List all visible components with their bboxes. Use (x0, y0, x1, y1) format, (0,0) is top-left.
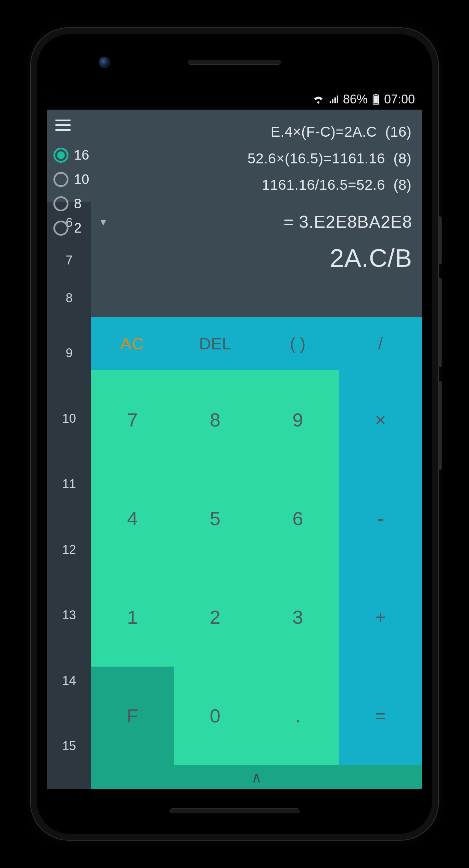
history-entry[interactable]: 1161.16/16.5=52.6 (8) (47, 172, 411, 198)
display-area: 16 10 8 2 (47, 110, 422, 202)
phone-frame: 86% 07:00 16 10 (31, 28, 438, 840)
pad-columns: AC DEL ( ) / 7 8 9 4 5 6 1 (91, 317, 422, 789)
precision-value[interactable]: 10 (62, 386, 76, 451)
numgrid-wrap: 7 8 9 4 5 6 1 2 3 F 0 . (91, 370, 422, 765)
history-entry[interactable]: E.4×(F-C)=2A.C (16) (47, 119, 411, 145)
radix-option-16[interactable]: 16 (53, 147, 89, 163)
result-line: = 3.E2E8BA2E8 (95, 212, 412, 232)
bottom-speaker (169, 808, 300, 813)
precision-value[interactable]: 9 (66, 320, 73, 386)
history-expr: 1161.16/16.5=52.6 (262, 177, 385, 193)
key-5[interactable]: 5 (174, 469, 257, 568)
number-pad: 7 8 9 4 5 6 1 2 3 F 0 . (91, 370, 339, 765)
precision-value[interactable]: 14 (62, 648, 76, 713)
radio-icon (53, 196, 68, 211)
paren-button[interactable]: ( ) (256, 317, 339, 370)
fn-row: AC DEL ( ) / (91, 317, 422, 370)
precision-value[interactable]: 13 (62, 582, 76, 648)
wifi-icon (313, 95, 324, 104)
equals-button[interactable]: = (339, 667, 422, 765)
history-base: (8) (393, 150, 411, 166)
power-button[interactable] (438, 216, 442, 264)
add-button[interactable]: + (339, 568, 422, 667)
front-camera (99, 57, 110, 68)
input-expression[interactable]: 2A.C/B (95, 244, 412, 273)
volume-up-button[interactable] (438, 278, 442, 367)
history-entry[interactable]: 52.6×(16.5)=1161.16 (8) (47, 145, 411, 172)
key-1[interactable]: 1 (91, 568, 174, 667)
history-base: (16) (385, 124, 411, 140)
divide-button[interactable]: / (339, 317, 422, 370)
volume-down-button[interactable] (438, 381, 442, 470)
radio-icon (53, 221, 68, 236)
clock-time: 07:00 (384, 92, 415, 107)
key-2[interactable]: 2 (174, 568, 257, 667)
signal-icon (329, 95, 338, 104)
key-7[interactable]: 7 (91, 370, 174, 469)
radix-label: 10 (74, 172, 89, 187)
result-main: ▼ = 3.E2E8BA2E8 2A.C/B (91, 202, 422, 317)
key-0[interactable]: 0 (174, 667, 257, 765)
phone-bezel: 86% 07:00 16 10 (37, 34, 432, 834)
svg-rect-1 (375, 94, 377, 95)
precision-value[interactable]: 7 (66, 241, 73, 279)
key-6[interactable]: 6 (256, 469, 339, 568)
screen: 86% 07:00 16 10 (47, 89, 422, 789)
key-dot[interactable]: . (256, 667, 339, 765)
precision-value[interactable]: 15 (62, 714, 76, 779)
equals-prefix: = (283, 212, 299, 232)
history-base: (8) (393, 177, 411, 193)
radix-label: 2 (74, 220, 81, 236)
multiply-button[interactable]: × (339, 370, 422, 469)
key-F[interactable]: F (91, 667, 174, 765)
key-9[interactable]: 9 (256, 370, 339, 469)
radix-label: 8 (74, 196, 81, 211)
history-expr: E.4×(F-C)=2A.C (271, 124, 377, 140)
precision-value[interactable]: 11 (62, 451, 76, 517)
del-button[interactable]: DEL (174, 317, 257, 370)
result-value: 3.E2E8BA2E8 (299, 212, 412, 232)
expand-handle[interactable]: ∧ (91, 765, 422, 789)
radix-option-8[interactable]: 8 (53, 196, 89, 211)
precision-value[interactable]: 8 (66, 279, 73, 317)
key-3[interactable]: 3 (256, 568, 339, 667)
radix-selector: 16 10 8 2 (53, 147, 89, 236)
radix-label: 16 (74, 147, 89, 163)
history-list: E.4×(F-C)=2A.C (16) 52.6×(16.5)=1161.16 … (47, 110, 422, 198)
earpiece-speaker (188, 60, 281, 65)
result-area: 6 7 8 ▼ = 3.E2E8BA2E8 2A.C/B (47, 202, 422, 317)
subtract-button[interactable]: - (339, 469, 422, 568)
svg-rect-2 (374, 96, 378, 103)
precision-scroll[interactable]: 9 10 11 12 13 14 15 (47, 317, 91, 789)
radix-option-10[interactable]: 10 (53, 172, 89, 187)
history-expr: 52.6×(16.5)=1161.16 (248, 150, 385, 166)
status-bar: 86% 07:00 (47, 89, 422, 110)
battery-icon (372, 94, 379, 105)
radio-icon (53, 172, 68, 187)
radio-icon (53, 148, 68, 163)
ac-button[interactable]: AC (91, 317, 174, 370)
key-4[interactable]: 4 (91, 469, 174, 568)
keypad: 9 10 11 12 13 14 15 AC DEL ( ) / (47, 317, 422, 789)
battery-percent: 86% (343, 92, 368, 107)
precision-value[interactable]: 12 (62, 517, 76, 582)
radix-option-2[interactable]: 2 (53, 220, 89, 236)
operator-column: × - + = (339, 370, 422, 765)
dropdown-caret-icon[interactable]: ▼ (99, 217, 108, 228)
chevron-up-icon: ∧ (251, 769, 262, 786)
key-8[interactable]: 8 (174, 370, 257, 469)
menu-button[interactable] (55, 116, 74, 134)
